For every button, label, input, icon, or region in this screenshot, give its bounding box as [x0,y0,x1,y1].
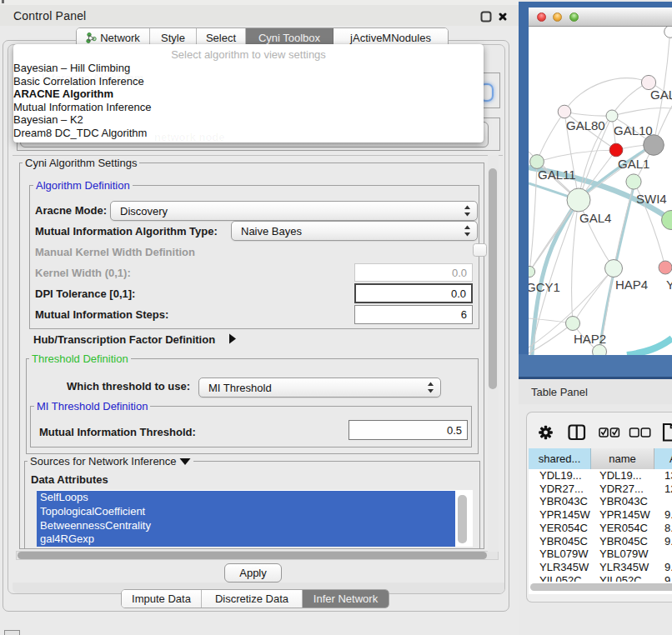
svg-text:GAL80: GAL80 [566,118,605,132]
svg-text:GAL10: GAL10 [614,123,653,138]
svg-text:GAL4: GAL4 [579,211,611,225]
svg-text:SWI4: SWI4 [636,192,667,206]
svg-text:GAL: GAL [650,88,672,102]
svg-text:HAP2: HAP2 [574,332,606,346]
svg-text:GAL1: GAL1 [618,157,649,171]
svg-text:GCY1: GCY1 [529,280,560,294]
svg-text:Y: Y [666,278,672,292]
svg-text:HAP4: HAP4 [615,278,648,292]
svg-text:GAL11: GAL11 [538,168,576,182]
